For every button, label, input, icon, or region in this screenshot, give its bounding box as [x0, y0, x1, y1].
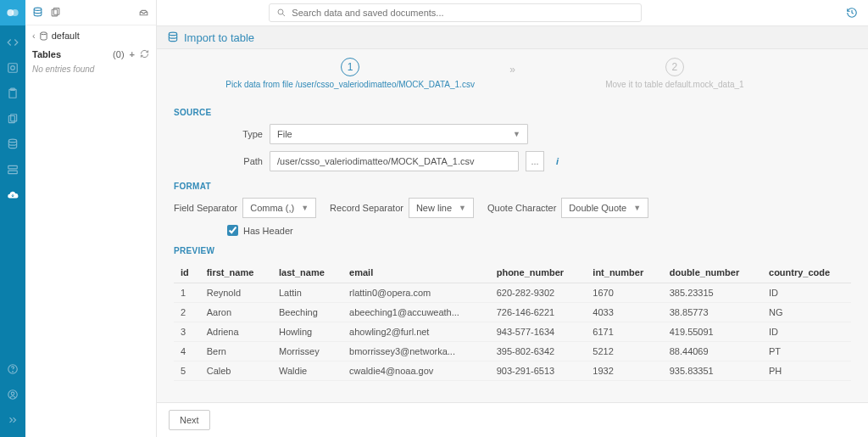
table-cell: cwaldie4@noaa.gov — [342, 361, 490, 381]
code-icon[interactable] — [0, 31, 25, 54]
database-icon[interactable] — [0, 132, 25, 156]
table-cell: 903-291-6513 — [490, 361, 587, 381]
table-header: last_name — [272, 262, 342, 283]
copy-small-icon[interactable] — [50, 7, 61, 18]
back-chevron-icon[interactable]: ‹ — [32, 31, 36, 41]
refresh-icon[interactable] — [140, 49, 149, 59]
table-row: 5CalebWaldiecwaldie4@noaa.gov903-291-651… — [174, 361, 851, 381]
has-header-checkbox[interactable] — [227, 225, 238, 236]
table-cell: 943-577-1634 — [490, 322, 587, 342]
chevron-down-icon: ▼ — [301, 204, 309, 212]
server-icon[interactable] — [0, 158, 25, 182]
field-sep-select[interactable]: Comma (,)▼ — [242, 198, 316, 218]
table-cell: 419.55091 — [663, 322, 762, 342]
table-cell: 1 — [174, 283, 200, 303]
step-1[interactable]: 1 Pick data from file /user/csso_valerio… — [191, 58, 509, 89]
path-input[interactable]: /user/csso_valeriodimatteo/MOCK_DATA_1.c… — [270, 151, 519, 171]
outbox-small-icon[interactable] — [138, 7, 149, 18]
svg-point-3 — [11, 66, 15, 70]
table-header: int_number — [586, 262, 662, 283]
table-header: id — [174, 262, 200, 283]
quote-char-value: Double Quote — [569, 203, 626, 213]
step-2-badge: 2 — [665, 58, 684, 76]
preview-table: idfirst_namelast_nameemailphone_numberin… — [174, 262, 851, 381]
breadcrumb-db[interactable]: default — [52, 31, 80, 41]
table-cell: Lattin — [272, 283, 342, 303]
search-input[interactable] — [292, 8, 634, 18]
tables-heading: Tables — [32, 49, 61, 59]
type-value: File — [277, 129, 292, 139]
table-cell: 726-146-6221 — [490, 303, 587, 322]
browse-file-button[interactable]: ... — [526, 151, 544, 171]
table-cell: Howling — [272, 322, 342, 342]
next-button[interactable]: Next — [169, 410, 210, 430]
quote-char-select[interactable]: Double Quote▼ — [561, 198, 648, 218]
table-header: double_number — [663, 262, 762, 283]
format-heading: FORMAT — [174, 182, 851, 191]
chevron-down-icon: ▼ — [633, 204, 641, 212]
record-sep-select[interactable]: New line▼ — [409, 198, 474, 218]
svg-point-19 — [278, 9, 283, 14]
table-cell: ID — [762, 283, 851, 303]
user-icon[interactable] — [0, 383, 25, 406]
db-small-icon[interactable] — [32, 7, 43, 18]
table-cell: ahowling2@furl.net — [342, 322, 490, 342]
add-icon[interactable]: + — [130, 49, 135, 59]
table-cell: ID — [762, 322, 851, 342]
table-cell: 620-282-9302 — [490, 283, 587, 303]
tables-count: (0) — [113, 49, 124, 59]
table-cell: Morrissey — [272, 342, 342, 361]
page-title: Import to table — [184, 31, 254, 44]
table-cell: 3 — [174, 322, 200, 342]
clipboard-icon[interactable] — [0, 81, 25, 105]
step-separator-icon: » — [509, 64, 515, 76]
step-2-label: Move it to table default.mock_data_1 — [515, 80, 834, 89]
table-cell: 385.23315 — [663, 283, 762, 303]
table-cell: PT — [762, 342, 851, 361]
field-sep-label: Field Separator — [174, 203, 237, 213]
table-cell: abeeching1@accuweath... — [342, 303, 490, 322]
source-heading: SOURCE — [174, 108, 851, 117]
record-sep-value: New line — [416, 203, 452, 213]
record-sep-label: Record Separator — [330, 203, 403, 213]
table-cell: 2 — [174, 303, 200, 322]
step-1-badge: 1 — [341, 58, 359, 76]
svg-point-18 — [41, 31, 47, 34]
wizard-footer: Next — [157, 402, 868, 437]
dashboard-icon[interactable] — [0, 56, 25, 80]
path-value: /user/csso_valeriodimatteo/MOCK_DATA_1.c… — [277, 156, 475, 166]
table-cell: 5212 — [586, 342, 662, 361]
svg-point-8 — [8, 139, 16, 143]
table-cell: bmorrissey3@networka... — [342, 342, 490, 361]
files-icon[interactable] — [0, 107, 25, 131]
table-cell: 38.85773 — [663, 303, 762, 322]
table-cell: Bern — [200, 342, 272, 361]
nav-rail — [0, 0, 25, 437]
info-icon[interactable]: i — [556, 156, 559, 166]
table-cell: Adriena — [200, 322, 272, 342]
table-row: 3AdrienaHowlingahowling2@furl.net943-577… — [174, 322, 851, 342]
field-sep-value: Comma (,) — [250, 203, 294, 213]
type-select[interactable]: File ▼ — [270, 124, 528, 144]
table-cell: 5 — [174, 361, 200, 381]
path-label: Path — [174, 156, 263, 166]
logo[interactable] — [0, 0, 25, 25]
svg-point-1 — [12, 9, 19, 16]
table-cell: 4033 — [586, 303, 662, 322]
table-cell: Waldie — [272, 361, 342, 381]
expand-icon[interactable] — [0, 408, 25, 432]
table-header: phone_number — [490, 262, 587, 283]
type-label: Type — [174, 129, 263, 139]
table-row: 1ReynoldLattinrlattin0@opera.com620-282-… — [174, 283, 851, 303]
assist-panel: ‹ default Tables (0) + No entries found — [25, 0, 157, 437]
quote-char-label: Quote Character — [487, 203, 556, 213]
history-icon[interactable] — [846, 7, 858, 19]
svg-point-14 — [11, 392, 14, 395]
global-search[interactable] — [269, 3, 642, 22]
svg-point-15 — [34, 8, 42, 10]
svg-point-12 — [13, 372, 14, 373]
import-cloud-icon[interactable] — [0, 183, 25, 207]
step-2: 2 Move it to table default.mock_data_1 — [515, 58, 834, 89]
help-icon[interactable] — [0, 357, 25, 381]
table-cell: 395-802-6342 — [490, 342, 587, 361]
